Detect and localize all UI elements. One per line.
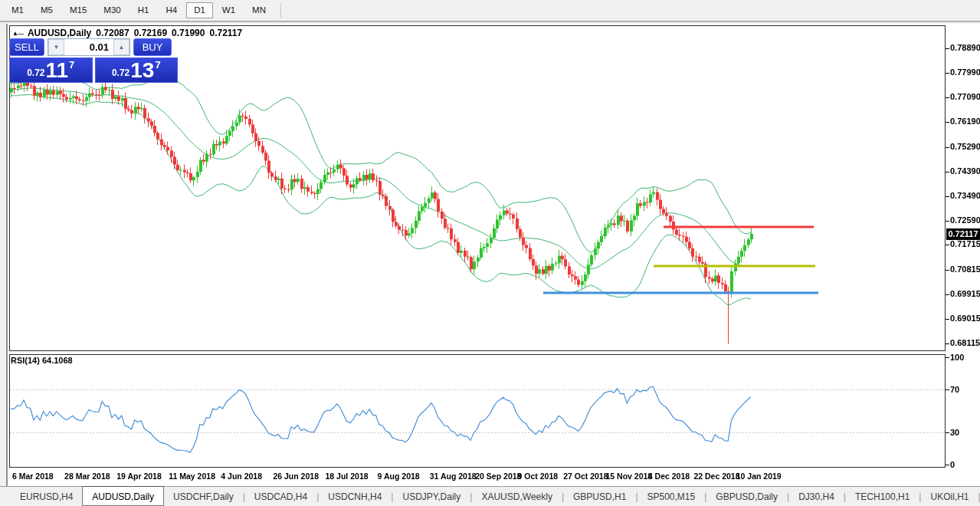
timeframe-button-h4[interactable]: H4 [158,2,185,19]
rsi-axis-label: 0 [950,460,955,469]
chart-title: ▲— AUDUSD,Daily 0.72087 0.72169 0.71990 … [12,28,242,38]
mt4-window: M1M5M15M30H1H4D1W1MN ▲— AUDUSD,Daily 0.7… [0,0,980,506]
date-axis-label: 4 Jun 2018 [221,472,262,481]
date-axis-label: 31 Aug 2018 [430,472,477,481]
timeframe-button-m30[interactable]: M30 [96,2,128,19]
price-axis-label: 0.72590 [950,215,980,225]
ohlc-low: 0.71990 [172,28,205,38]
timeframe-button-d1[interactable]: D1 [186,2,213,19]
chart-tab-audusd[interactable]: AUDUSD,Daily [82,486,164,506]
chart-tab-gbpusd[interactable]: GBPUSD,H1 [564,487,635,506]
chart-tab-usdcnh[interactable]: USDCNH,H4 [319,487,391,506]
buy-price-sup: 7 [155,59,160,71]
date-axis-label: 27 Oct 2018 [563,472,608,481]
date-axis[interactable]: 6 Mar 201828 Mar 201819 Apr 201811 May 2… [8,469,980,486]
price-axis-label: 0.70815 [950,264,980,274]
date-axis-label: 6 Mar 2018 [12,472,54,481]
toolbar-separator [280,3,281,18]
chart-tab-dj30[interactable]: DJ30,H4 [789,487,844,506]
price-axis[interactable]: 0.788900.779900.770900.761900.752900.743… [944,24,980,468]
timeframe-toolbar: M1M5M15M30H1H4D1W1MN [0,0,980,22]
ohlc-close: 0.72117 [209,28,242,38]
price-axis-label: 0.78890 [950,43,980,52]
date-axis-label: 20 Sep 2018 [475,472,521,481]
price-axis-label: 0.69915 [950,289,980,298]
timeframe-button-m5[interactable]: M5 [33,2,61,19]
price-axis-label: 0.74390 [950,166,980,176]
price-axis-label: 0.77990 [950,67,980,77]
price-axis-label: 0.75290 [950,142,980,151]
price-axis-label: 0.71715 [950,239,980,248]
date-axis-label: 10 Jan 2019 [736,472,782,481]
current-price-tag: 0.72117 [946,228,980,240]
chart-tab-usdchf[interactable]: USDCHF,Daily [164,487,243,506]
chart-tab-bar: EURUSD,H4AUDUSD,DailyUSDCHF,Daily|USDCAD… [0,486,980,506]
chart-tab-tech100[interactable]: TECH100,H1 [846,487,919,506]
date-axis-label: 26 Jun 2018 [273,472,319,481]
one-click-trading-panel: SELL ▼ ▲ BUY 0.72 11 7 0.72 13 7 [9,38,178,83]
volume-decrease-button[interactable]: ▼ [48,39,64,55]
rsi-axis-label: 100 [950,353,964,362]
date-axis-label: 9 Oct 2018 [518,472,559,481]
chart-tab-eurusd[interactable]: EURUSD,H4 [11,487,82,506]
date-axis-label: 22 Dec 2018 [693,472,739,481]
date-axis-label: 28 Mar 2018 [64,472,110,481]
timeframe-button-mn[interactable]: MN [244,2,274,19]
buy-price-big: 13 [130,61,154,81]
sell-price-prefix: 0.72 [27,67,44,78]
sell-price-box[interactable]: 0.72 11 7 [9,58,93,83]
date-axis-label: 18 Jul 2018 [326,472,369,481]
price-axis-label: 0.76190 [950,117,980,126]
chart-marker-icon: ▲— [12,30,23,37]
price-axis-label: 0.73490 [950,191,980,200]
ohlc-high: 0.72169 [134,28,167,38]
sell-price-big: 11 [46,61,69,81]
date-axis-label: 11 May 2018 [169,472,215,481]
chart-tab-gbpusd[interactable]: GBPUSD,Daily [706,487,787,506]
timeframe-button-h1[interactable]: H1 [130,2,157,19]
buy-price-prefix: 0.72 [112,67,129,78]
chart-tab-sp500[interactable]: SP500,M15 [638,487,705,506]
buy-price-box[interactable]: 0.72 13 7 [95,58,179,83]
volume-input[interactable] [64,39,113,55]
price-axis-label: 0.68115 [950,338,980,347]
chart-symbol: AUDUSD,Daily [28,28,91,38]
volume-increase-button[interactable]: ▲ [113,39,129,55]
rsi-plot-frame [9,354,946,468]
date-axis-label: 15 Nov 2018 [606,472,653,481]
timeframe-button-m1[interactable]: M1 [4,2,31,19]
chart-window: ▲— AUDUSD,Daily 0.72087 0.72169 0.71990 … [6,24,980,486]
ohlc-open: 0.72087 [96,28,129,38]
date-axis-label: 4 Dec 2018 [648,472,690,481]
price-axis-label: 0.69015 [950,314,980,323]
timeframe-button-w1[interactable]: W1 [215,2,243,19]
sell-button[interactable]: SELL [9,38,44,56]
chart-tab-usdcad[interactable]: USDCAD,H4 [245,487,316,506]
chart-tab-ukoil[interactable]: UKOil,H1 [921,487,978,506]
date-axis-label: 9 Aug 2018 [378,472,420,481]
chart-tab-xauusd[interactable]: XAUUSD,Weekly [472,487,561,506]
rsi-indicator-label: RSI(14) 64.1068 [11,356,73,365]
timeframe-button-m15[interactable]: M15 [62,2,94,19]
rsi-axis-label: 70 [950,385,959,394]
buy-button[interactable]: BUY [133,38,172,56]
rsi-axis-label: 30 [950,428,959,437]
sell-price-sup: 7 [69,59,74,71]
price-axis-label: 0.77090 [950,92,980,101]
chart-tab-usdjpy[interactable]: USDJPY,Daily [393,487,470,506]
volume-stepper: ▼ ▲ [48,38,130,56]
date-axis-label: 19 Apr 2018 [116,472,162,481]
